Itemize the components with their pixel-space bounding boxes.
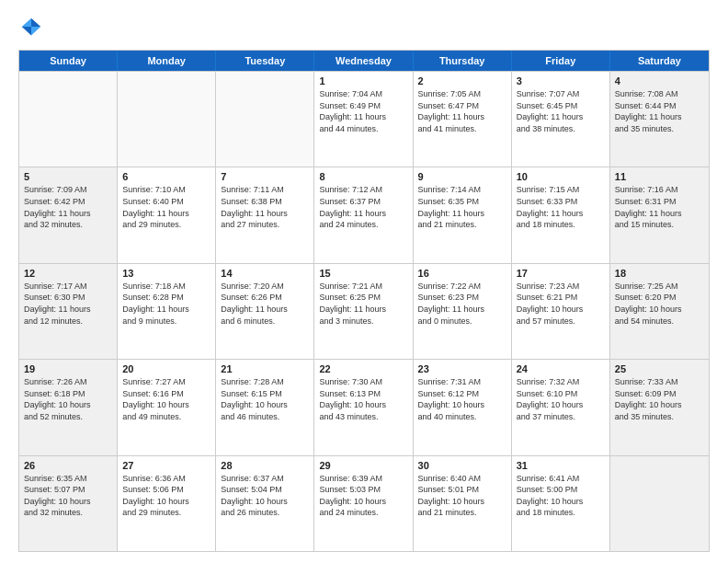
day-info: Sunrise: 7:05 AM Sunset: 6:47 PM Dayligh… bbox=[418, 88, 506, 134]
day-cell-29: 29Sunrise: 6:39 AM Sunset: 5:03 PM Dayli… bbox=[314, 456, 413, 551]
day-cell-26: 26Sunrise: 6:35 AM Sunset: 5:07 PM Dayli… bbox=[19, 456, 118, 551]
day-info: Sunrise: 7:15 AM Sunset: 6:33 PM Dayligh… bbox=[517, 184, 605, 230]
day-number: 3 bbox=[517, 75, 605, 86]
day-number: 4 bbox=[615, 75, 704, 86]
day-number: 31 bbox=[517, 460, 605, 471]
day-number: 25 bbox=[615, 363, 704, 374]
day-cell-7: 7Sunrise: 7:11 AM Sunset: 6:38 PM Daylig… bbox=[216, 167, 314, 262]
day-info: Sunrise: 7:23 AM Sunset: 6:21 PM Dayligh… bbox=[517, 281, 605, 327]
empty-cell-0-0 bbox=[19, 72, 118, 167]
day-cell-27: 27Sunrise: 6:36 AM Sunset: 5:06 PM Dayli… bbox=[118, 456, 216, 551]
day-info: Sunrise: 7:21 AM Sunset: 6:25 PM Dayligh… bbox=[319, 281, 407, 327]
day-number: 20 bbox=[122, 363, 210, 374]
day-info: Sunrise: 7:25 AM Sunset: 6:20 PM Dayligh… bbox=[615, 281, 704, 327]
day-info: Sunrise: 6:37 AM Sunset: 5:04 PM Dayligh… bbox=[221, 473, 309, 519]
day-cell-18: 18Sunrise: 7:25 AM Sunset: 6:20 PM Dayli… bbox=[610, 264, 709, 359]
calendar-row-2: 12Sunrise: 7:17 AM Sunset: 6:30 PM Dayli… bbox=[19, 263, 709, 359]
weekday-header-saturday: Saturday bbox=[610, 51, 709, 71]
day-number: 13 bbox=[122, 268, 210, 279]
header bbox=[18, 15, 710, 40]
day-cell-2: 2Sunrise: 7:05 AM Sunset: 6:47 PM Daylig… bbox=[414, 72, 512, 167]
day-number: 18 bbox=[615, 268, 704, 279]
calendar-row-3: 19Sunrise: 7:26 AM Sunset: 6:18 PM Dayli… bbox=[19, 359, 709, 454]
day-cell-14: 14Sunrise: 7:20 AM Sunset: 6:26 PM Dayli… bbox=[216, 264, 314, 359]
svg-marker-3 bbox=[31, 27, 40, 35]
day-cell-20: 20Sunrise: 7:27 AM Sunset: 6:16 PM Dayli… bbox=[118, 360, 216, 454]
day-cell-9: 9Sunrise: 7:14 AM Sunset: 6:35 PM Daylig… bbox=[414, 167, 512, 262]
day-number: 9 bbox=[418, 171, 506, 182]
day-cell-15: 15Sunrise: 7:21 AM Sunset: 6:25 PM Dayli… bbox=[314, 264, 413, 359]
day-info: Sunrise: 6:36 AM Sunset: 5:06 PM Dayligh… bbox=[122, 473, 210, 519]
svg-marker-2 bbox=[22, 27, 31, 35]
day-info: Sunrise: 7:26 AM Sunset: 6:18 PM Dayligh… bbox=[24, 376, 112, 422]
day-number: 15 bbox=[319, 268, 407, 279]
day-info: Sunrise: 7:16 AM Sunset: 6:31 PM Dayligh… bbox=[615, 184, 704, 230]
day-info: Sunrise: 7:08 AM Sunset: 6:44 PM Dayligh… bbox=[615, 88, 704, 134]
day-number: 10 bbox=[517, 171, 605, 182]
day-number: 30 bbox=[418, 460, 506, 471]
day-info: Sunrise: 7:11 AM Sunset: 6:38 PM Dayligh… bbox=[221, 184, 309, 230]
day-info: Sunrise: 7:14 AM Sunset: 6:35 PM Dayligh… bbox=[418, 184, 506, 230]
day-cell-31: 31Sunrise: 6:41 AM Sunset: 5:00 PM Dayli… bbox=[512, 456, 610, 551]
day-cell-23: 23Sunrise: 7:31 AM Sunset: 6:12 PM Dayli… bbox=[414, 360, 512, 454]
day-number: 16 bbox=[418, 268, 506, 279]
svg-marker-1 bbox=[22, 18, 31, 27]
day-cell-11: 11Sunrise: 7:16 AM Sunset: 6:31 PM Dayli… bbox=[610, 167, 709, 262]
day-number: 22 bbox=[319, 363, 407, 374]
day-cell-10: 10Sunrise: 7:15 AM Sunset: 6:33 PM Dayli… bbox=[512, 167, 610, 262]
logo bbox=[18, 15, 46, 40]
weekday-header-wednesday: Wednesday bbox=[314, 51, 413, 71]
day-number: 27 bbox=[122, 460, 210, 471]
day-cell-1: 1Sunrise: 7:04 AM Sunset: 6:49 PM Daylig… bbox=[314, 72, 413, 167]
day-cell-3: 3Sunrise: 7:07 AM Sunset: 6:45 PM Daylig… bbox=[512, 72, 610, 167]
weekday-header-tuesday: Tuesday bbox=[216, 51, 314, 71]
day-number: 17 bbox=[517, 268, 605, 279]
day-info: Sunrise: 6:40 AM Sunset: 5:01 PM Dayligh… bbox=[418, 473, 506, 519]
day-number: 7 bbox=[221, 171, 309, 182]
day-info: Sunrise: 6:35 AM Sunset: 5:07 PM Dayligh… bbox=[24, 473, 112, 519]
day-number: 6 bbox=[122, 171, 210, 182]
svg-marker-0 bbox=[31, 18, 40, 27]
day-cell-30: 30Sunrise: 6:40 AM Sunset: 5:01 PM Dayli… bbox=[414, 456, 512, 551]
day-number: 29 bbox=[319, 460, 407, 471]
day-info: Sunrise: 7:12 AM Sunset: 6:37 PM Dayligh… bbox=[319, 184, 407, 230]
calendar-row-1: 5Sunrise: 7:09 AM Sunset: 6:42 PM Daylig… bbox=[19, 167, 709, 262]
day-info: Sunrise: 7:30 AM Sunset: 6:13 PM Dayligh… bbox=[319, 376, 407, 422]
day-info: Sunrise: 7:17 AM Sunset: 6:30 PM Dayligh… bbox=[24, 281, 112, 327]
day-number: 12 bbox=[24, 268, 112, 279]
day-number: 28 bbox=[221, 460, 309, 471]
day-cell-12: 12Sunrise: 7:17 AM Sunset: 6:30 PM Dayli… bbox=[19, 264, 118, 359]
day-number: 21 bbox=[221, 363, 309, 374]
day-cell-6: 6Sunrise: 7:10 AM Sunset: 6:40 PM Daylig… bbox=[118, 167, 216, 262]
page: SundayMondayTuesdayWednesdayThursdayFrid… bbox=[0, 0, 728, 563]
day-info: Sunrise: 7:22 AM Sunset: 6:23 PM Dayligh… bbox=[418, 281, 506, 327]
day-cell-24: 24Sunrise: 7:32 AM Sunset: 6:10 PM Dayli… bbox=[512, 360, 610, 454]
day-number: 19 bbox=[24, 363, 112, 374]
day-number: 23 bbox=[418, 363, 506, 374]
calendar: SundayMondayTuesdayWednesdayThursdayFrid… bbox=[18, 50, 710, 552]
day-cell-28: 28Sunrise: 6:37 AM Sunset: 5:04 PM Dayli… bbox=[216, 456, 314, 551]
logo-icon bbox=[18, 15, 44, 40]
empty-cell-4-6 bbox=[610, 456, 709, 551]
day-info: Sunrise: 6:39 AM Sunset: 5:03 PM Dayligh… bbox=[319, 473, 407, 519]
day-number: 8 bbox=[319, 171, 407, 182]
day-number: 1 bbox=[319, 75, 407, 86]
day-cell-25: 25Sunrise: 7:33 AM Sunset: 6:09 PM Dayli… bbox=[610, 360, 709, 454]
day-cell-17: 17Sunrise: 7:23 AM Sunset: 6:21 PM Dayli… bbox=[512, 264, 610, 359]
day-cell-8: 8Sunrise: 7:12 AM Sunset: 6:37 PM Daylig… bbox=[314, 167, 413, 262]
day-info: Sunrise: 7:27 AM Sunset: 6:16 PM Dayligh… bbox=[122, 376, 210, 422]
day-cell-4: 4Sunrise: 7:08 AM Sunset: 6:44 PM Daylig… bbox=[610, 72, 709, 167]
day-info: Sunrise: 7:31 AM Sunset: 6:12 PM Dayligh… bbox=[418, 376, 506, 422]
day-info: Sunrise: 7:09 AM Sunset: 6:42 PM Dayligh… bbox=[24, 184, 112, 230]
calendar-row-4: 26Sunrise: 6:35 AM Sunset: 5:07 PM Dayli… bbox=[19, 455, 709, 551]
weekday-header-monday: Monday bbox=[118, 51, 216, 71]
empty-cell-0-2 bbox=[216, 72, 314, 167]
day-info: Sunrise: 7:20 AM Sunset: 6:26 PM Dayligh… bbox=[221, 281, 309, 327]
day-info: Sunrise: 7:33 AM Sunset: 6:09 PM Dayligh… bbox=[615, 376, 704, 422]
day-number: 14 bbox=[221, 268, 309, 279]
day-info: Sunrise: 7:18 AM Sunset: 6:28 PM Dayligh… bbox=[122, 281, 210, 327]
day-info: Sunrise: 7:07 AM Sunset: 6:45 PM Dayligh… bbox=[517, 88, 605, 134]
day-info: Sunrise: 6:41 AM Sunset: 5:00 PM Dayligh… bbox=[517, 473, 605, 519]
day-cell-22: 22Sunrise: 7:30 AM Sunset: 6:13 PM Dayli… bbox=[314, 360, 413, 454]
day-number: 24 bbox=[517, 363, 605, 374]
